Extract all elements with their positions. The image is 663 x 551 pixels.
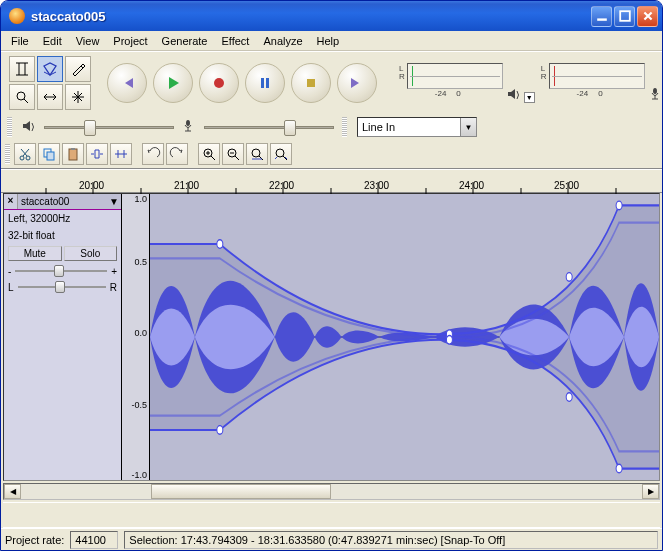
horizontal-scrollbar[interactable]: ◀ ▶ xyxy=(3,483,660,500)
track-panel: × staccato00 ▼ Left, 32000Hz 32-bit floa… xyxy=(4,194,122,480)
mute-button[interactable]: Mute xyxy=(8,246,62,261)
svg-point-38 xyxy=(566,393,572,402)
input-volume-slider[interactable] xyxy=(204,119,334,135)
svg-rect-5 xyxy=(266,78,269,88)
pan-slider[interactable] xyxy=(18,281,106,293)
lower-panel xyxy=(3,502,660,528)
svg-point-18 xyxy=(276,149,284,157)
scroll-thumb[interactable] xyxy=(151,484,331,499)
speaker-icon xyxy=(505,85,523,103)
menu-project[interactable]: Project xyxy=(107,33,153,49)
silence-button[interactable] xyxy=(110,143,132,165)
skip-start-button[interactable] xyxy=(107,63,147,103)
project-rate-value[interactable]: 44100 xyxy=(70,531,118,549)
output-meter[interactable] xyxy=(407,63,503,89)
scroll-left-button[interactable]: ◀ xyxy=(4,484,21,499)
svg-rect-12 xyxy=(47,152,54,160)
input-meter-labels: LR xyxy=(541,63,547,81)
svg-point-9 xyxy=(20,156,24,160)
svg-rect-13 xyxy=(69,149,77,160)
output-volume-slider[interactable] xyxy=(44,119,174,135)
svg-point-10 xyxy=(26,156,30,160)
zoom-tool-button[interactable] xyxy=(9,84,35,110)
track-name[interactable]: staccato00 xyxy=(18,196,107,207)
scroll-right-button[interactable]: ▶ xyxy=(642,484,659,499)
microphone-icon xyxy=(182,119,196,135)
minimize-button[interactable] xyxy=(591,6,612,27)
cut-button[interactable] xyxy=(14,143,36,165)
svg-point-7 xyxy=(653,88,657,94)
svg-rect-14 xyxy=(71,148,75,150)
timeshift-tool-button[interactable] xyxy=(37,84,63,110)
input-device-combo[interactable]: Line In▼ xyxy=(357,117,477,137)
svg-rect-1 xyxy=(620,11,630,21)
svg-point-3 xyxy=(214,78,224,88)
pause-button[interactable] xyxy=(245,63,285,103)
timeline-ruler[interactable]: 20:00 21:00 22:00 23:00 24:00 25:00 xyxy=(1,169,662,193)
status-bar: Project rate: 44100 Selection: 17:43.794… xyxy=(1,528,662,550)
play-button[interactable] xyxy=(153,63,193,103)
gain-plus-label: + xyxy=(111,266,117,277)
close-button[interactable] xyxy=(637,6,658,27)
selection-status: Selection: 17:43.794309 - 18:31.633580 (… xyxy=(124,531,658,549)
pan-right-label: R xyxy=(110,282,117,293)
app-window: staccato005 File Edit View Project Gener… xyxy=(0,0,663,551)
gain-minus-label: - xyxy=(8,266,11,277)
waveform-canvas[interactable] xyxy=(150,194,659,480)
menu-file[interactable]: File xyxy=(5,33,35,49)
svg-point-40 xyxy=(616,464,622,473)
zoom-in-button[interactable] xyxy=(198,143,220,165)
svg-rect-6 xyxy=(307,79,315,87)
output-meter-menu-button[interactable]: ▼ xyxy=(524,92,535,103)
toolbar-grip[interactable] xyxy=(5,144,10,164)
svg-point-2 xyxy=(17,92,25,100)
menu-analyze[interactable]: Analyze xyxy=(257,33,308,49)
menu-help[interactable]: Help xyxy=(311,33,346,49)
paste-button[interactable] xyxy=(62,143,84,165)
maximize-button[interactable] xyxy=(614,6,635,27)
undo-button[interactable] xyxy=(142,143,164,165)
stop-button[interactable] xyxy=(291,63,331,103)
track-channel-info: Left, 32000Hz xyxy=(4,210,121,227)
skip-end-button[interactable] xyxy=(337,63,377,103)
zoom-out-button[interactable] xyxy=(222,143,244,165)
app-icon xyxy=(9,8,25,24)
copy-button[interactable] xyxy=(38,143,60,165)
menu-view[interactable]: View xyxy=(70,33,106,49)
svg-point-8 xyxy=(186,120,190,126)
record-button[interactable] xyxy=(199,63,239,103)
fit-project-button[interactable] xyxy=(270,143,292,165)
solo-button[interactable]: Solo xyxy=(64,246,118,261)
toolbar-grip[interactable] xyxy=(7,117,12,137)
window-title: staccato005 xyxy=(29,9,591,24)
menu-generate[interactable]: Generate xyxy=(156,33,214,49)
toolbar-grip[interactable] xyxy=(342,117,347,137)
svg-rect-0 xyxy=(597,18,607,20)
svg-point-37 xyxy=(566,273,572,282)
svg-point-17 xyxy=(252,149,260,157)
project-rate-label: Project rate: xyxy=(5,534,64,546)
track-close-button[interactable]: × xyxy=(4,194,18,209)
svg-point-34 xyxy=(217,426,223,435)
output-meter-labels: LR xyxy=(399,63,405,81)
input-meter[interactable] xyxy=(549,63,645,89)
trim-button[interactable] xyxy=(86,143,108,165)
chevron-down-icon: ▼ xyxy=(460,118,476,136)
svg-point-39 xyxy=(616,201,622,210)
menu-effect[interactable]: Effect xyxy=(215,33,255,49)
amplitude-ruler: 1.0 0.5 0.0 -0.5 -1.0 xyxy=(122,194,150,480)
track-menu-button[interactable]: ▼ xyxy=(107,196,121,207)
envelope-tool-button[interactable] xyxy=(37,56,63,82)
speaker-icon xyxy=(22,119,36,135)
menu-edit[interactable]: Edit xyxy=(37,33,68,49)
selection-tool-button[interactable] xyxy=(9,56,35,82)
redo-button[interactable] xyxy=(166,143,188,165)
gain-slider[interactable] xyxy=(15,265,107,277)
svg-point-33 xyxy=(217,240,223,249)
microphone-icon xyxy=(647,85,663,103)
multi-tool-button[interactable] xyxy=(65,84,91,110)
fit-selection-button[interactable] xyxy=(246,143,268,165)
track-format-info: 32-bit float xyxy=(4,227,121,244)
draw-tool-button[interactable] xyxy=(65,56,91,82)
titlebar[interactable]: staccato005 xyxy=(1,1,662,31)
